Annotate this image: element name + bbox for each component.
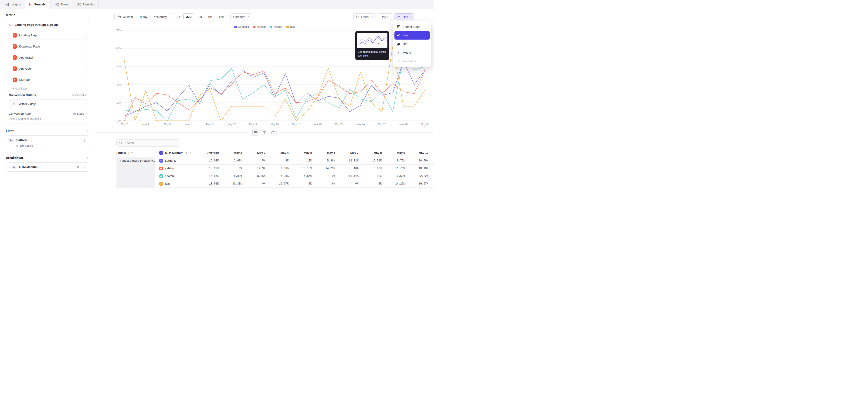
menu-item-label: Line [403, 34, 408, 37]
add-breakdown-button[interactable]: + [85, 156, 89, 160]
menu-item-metric[interactable]: #Metric [395, 48, 430, 57]
compare-button[interactable]: Compare [230, 13, 251, 20]
funnel-step-app-open[interactable]: 4App Open⋮ [10, 64, 87, 73]
svg-text:10%: 10% [116, 101, 122, 104]
table-search[interactable] [116, 139, 180, 147]
layout-split-horizontal-icon[interactable] [252, 130, 259, 135]
select-all-checkbox[interactable] [159, 151, 163, 155]
svg-text:May 6: May 6 [164, 123, 170, 125]
table-row-search[interactable]: search14.85%5.88%5.26%6.25%5.56%0%11.11%… [159, 172, 434, 180]
layout-split-vertical-icon[interactable] [261, 130, 268, 135]
cell-value: 0% [359, 182, 382, 185]
tab-label: Funnels [34, 3, 46, 6]
filter-kebab-menu[interactable]: ⋮ [82, 138, 87, 142]
series-checkbox[interactable] [159, 182, 163, 186]
step-kebab-menu[interactable]: ⋮ [80, 78, 84, 81]
column-header-may-2[interactable]: May 2 [219, 151, 242, 154]
cell-value: 18.18% [405, 167, 428, 170]
menu-item-label: Top Paths [403, 60, 416, 63]
range-3m-button[interactable]: 3M [195, 13, 205, 20]
granularity-dropdown[interactable]: Day [378, 13, 392, 20]
range-6m-button[interactable]: 6M [206, 13, 215, 20]
range-30d-button[interactable]: 30D [183, 13, 194, 20]
step-label: App Open [19, 67, 78, 70]
legend-item-search[interactable]: search [270, 25, 282, 29]
breakdown-column-header[interactable]: UTM Medium 4 [159, 151, 195, 155]
step-kebab-menu[interactable]: ⋮ [80, 56, 84, 59]
funnel-group-cell[interactable]: Product Viewed through P... [116, 157, 155, 188]
svg-text:May 24: May 24 [356, 123, 365, 125]
add-step-button[interactable]: + Add Step [12, 87, 87, 90]
range-12m-button[interactable]: 12M [216, 13, 227, 20]
breakdown-heading: Breakdown [6, 156, 23, 160]
table-row-sidebar[interactable]: sidebar15.92%0%12.9%9.38%15.15%14.29%10%… [159, 165, 434, 172]
funnel-metric-card: Landing Page through Sign Up ⋮ 1Landing … [6, 20, 89, 123]
filter-segment-dropdown[interactable]: Filter + Segment on Step 1 [8, 117, 87, 121]
breakdown-kebab-menu[interactable]: ⋮ [82, 165, 87, 169]
step-number-badge: 1 [13, 33, 17, 37]
funnel-step-app-install[interactable]: 3App Install⋮ [10, 53, 87, 62]
yesterday-button[interactable]: Yesterday [151, 13, 170, 20]
legend-item-ads[interactable]: ads [286, 25, 294, 29]
series-name: search [165, 174, 174, 178]
menu-item-label: Metric [403, 51, 411, 54]
range-7d-button[interactable]: 7D [174, 13, 183, 20]
column-header-may-5[interactable]: May 5 [289, 151, 312, 154]
funnel-kebab-menu[interactable]: ⋮ [81, 23, 86, 27]
funnel-title-row[interactable]: Landing Page through Sign Up ⋮ [8, 22, 87, 29]
legend-item-organic[interactable]: $organic [235, 25, 249, 29]
column-header-may-9[interactable]: May 9 [382, 151, 405, 154]
column-header-may-6[interactable]: May 6 [312, 151, 335, 154]
tooltip-text: Line charts display trends over time. [357, 50, 388, 58]
tab-retention[interactable]: Retention [74, 0, 98, 9]
all-steps-dropdown[interactable]: All Steps [73, 112, 86, 115]
cell-value: 6.06% [359, 167, 382, 170]
table-row-ads[interactable]: ads13.91%33.33%0%16.67%0%0%0%0%14.29%16.… [159, 180, 434, 188]
step-kebab-menu[interactable]: ⋮ [80, 34, 84, 37]
tab-insights[interactable]: Insights [1, 0, 25, 9]
step-kebab-menu[interactable]: ⋮ [80, 67, 84, 70]
cell-value: 12.9% [242, 167, 266, 170]
remove-breakdown-icon[interactable]: ✕ [76, 165, 80, 169]
search-input[interactable] [124, 141, 174, 145]
layout-full-icon[interactable] [270, 130, 277, 135]
today-button[interactable]: Today [136, 13, 151, 20]
series-checkbox[interactable] [159, 174, 163, 178]
legend-item-sidebar[interactable]: sidebar [253, 25, 266, 29]
filter-operator[interactable]: Is [16, 144, 18, 148]
menu-item-funnel-steps[interactable]: Funnel Steps [395, 22, 430, 31]
funnel-column-header[interactable]: Funnel 1 [116, 151, 159, 154]
step-label: Sign Up [19, 78, 78, 82]
menu-item-bar[interactable]: Bar [395, 39, 430, 48]
chart-toolbar: Custom Today Yesterday 7D30D3M6M12M Comp… [114, 13, 414, 20]
smoothing-dropdown[interactable]: Linear [353, 13, 375, 20]
step-number-badge: 4 [13, 66, 17, 71]
drag-handle-icon[interactable]: ⣿ [8, 165, 10, 168]
tab-funnels[interactable]: Funnels [25, 0, 50, 9]
series-checkbox[interactable] [159, 159, 163, 163]
funnel-step-landing-page[interactable]: 1Landing Page⋮ [10, 31, 87, 40]
funnel-step-sign-up[interactable]: 5Sign Up⋮ [10, 75, 87, 84]
column-header-may-4[interactable]: May 4 [266, 151, 289, 154]
menu-item-line[interactable]: Line [395, 31, 430, 39]
filter-value[interactable]: iOS Native [20, 144, 33, 148]
conversion-window-button[interactable]: Within 7 days [10, 99, 87, 108]
column-header-may-8[interactable]: May 8 [359, 151, 382, 154]
svg-text:May 12: May 12 [228, 123, 236, 125]
funnel-step-download-page[interactable]: 2Download Page⋮ [10, 42, 87, 51]
custom-date-button[interactable]: Custom [115, 13, 136, 20]
column-header-average[interactable]: Average [195, 151, 219, 154]
table-row-organic[interactable]: $organic16.03%2.63%5%8%10%5.36%12.82%19.… [159, 157, 434, 165]
chart-type-dropdown[interactable]: Line [394, 13, 414, 20]
advanced-dropdown[interactable]: Advanced [72, 94, 86, 97]
series-checkbox[interactable] [159, 167, 163, 170]
step-kebab-menu[interactable]: ⋮ [80, 45, 84, 48]
column-header-may-3[interactable]: May 3 [242, 151, 266, 154]
column-header-may-10[interactable]: May 10 [405, 151, 428, 154]
cell-value: 6.25% [266, 175, 289, 178]
add-filter-button[interactable]: + [85, 129, 89, 133]
column-header-may-7[interactable]: May 7 [335, 151, 359, 154]
filter-property-name[interactable]: Platform [16, 138, 80, 142]
tab-flows[interactable]: Flows [50, 0, 74, 9]
breakdown-property-name[interactable]: UTM Medium [19, 165, 74, 169]
